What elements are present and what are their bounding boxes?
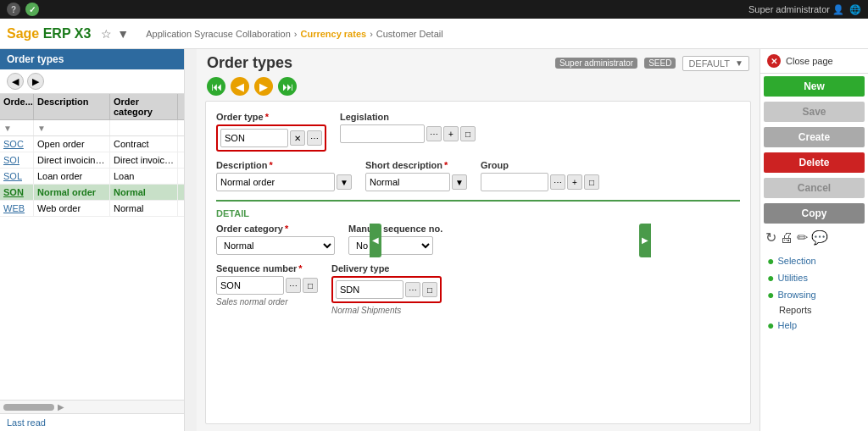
- row-code[interactable]: SOI: [0, 152, 34, 168]
- group-info-btn[interactable]: □: [584, 174, 599, 190]
- delivery-type-search-btn[interactable]: ⋯: [405, 282, 420, 297]
- group-search-btn[interactable]: ⋯: [550, 174, 565, 190]
- sidebar: Order types ◀ ▶ Orde... Description Orde…: [0, 49, 185, 431]
- first-btn[interactable]: ⏮: [207, 77, 225, 96]
- short-description-label: Short description*: [365, 160, 467, 170]
- detail-label: DETAIL: [216, 208, 740, 218]
- print-icon[interactable]: 🖨: [780, 230, 793, 246]
- content-area: Order types Super administrator SEED DEF…: [197, 49, 760, 431]
- last-btn[interactable]: ⏭: [278, 77, 297, 96]
- form-row-2: Description* ▼ Short description*: [216, 160, 740, 191]
- cancel-button: Cancel: [764, 178, 865, 198]
- table-row[interactable]: SOI Direct invoicing order Direct invoic…: [0, 152, 184, 169]
- manual-sequence-label: Manual sequence no.: [348, 224, 442, 234]
- short-description-group: Short description* ▼: [365, 160, 467, 191]
- star-icon[interactable]: ☆: [101, 27, 112, 41]
- sidebar-nav: ◀ ▶: [0, 69, 184, 94]
- description-input[interactable]: [216, 173, 335, 191]
- description-dropdown-btn[interactable]: ▼: [337, 174, 352, 190]
- legislation-input[interactable]: [340, 124, 425, 143]
- row-code[interactable]: SOL: [0, 169, 34, 184]
- sequence-number-group: Sequence number* ⋯ □ Sales normal order: [216, 263, 318, 307]
- breadcrumb-item-active[interactable]: Currency rates: [300, 29, 366, 39]
- close-page-btn[interactable]: ✕ Close page: [760, 49, 868, 74]
- sequence-hint: Sales normal order: [216, 297, 318, 307]
- sidebar-collapse-btn[interactable]: ◀: [370, 224, 381, 257]
- short-desc-dropdown-btn[interactable]: ▼: [452, 174, 467, 190]
- sequence-number-input[interactable]: [216, 276, 284, 295]
- row-code-active[interactable]: SON: [0, 185, 34, 200]
- scrollbar-area[interactable]: ▶: [0, 400, 184, 413]
- selection-label: Selection: [777, 256, 815, 266]
- description-label: Description*: [216, 160, 352, 170]
- sidebar-prev-btn[interactable]: ◀: [7, 73, 24, 90]
- table-row-active[interactable]: SON Normal order Normal: [0, 185, 184, 201]
- check-icon[interactable]: ✓: [25, 3, 39, 16]
- reports-link[interactable]: Reports: [767, 303, 861, 317]
- browsing-link[interactable]: ● Browsing: [767, 286, 861, 303]
- utilities-link[interactable]: ● Utilities: [767, 269, 861, 286]
- page-title: Order types: [207, 54, 292, 72]
- delivery-type-info-btn[interactable]: □: [422, 282, 437, 297]
- next-btn[interactable]: ▶: [254, 77, 273, 96]
- right-collapse-btn[interactable]: ▶: [639, 224, 651, 257]
- save-button: Save: [764, 102, 865, 122]
- globe-icon: 🌐: [849, 4, 861, 15]
- default-dropdown-arrow[interactable]: ▼: [735, 58, 743, 68]
- prev-btn[interactable]: ◀: [231, 77, 249, 96]
- sidebar-table-header: Orde... Description Order category: [0, 94, 184, 120]
- form-row-4: Sequence number* ⋯ □ Sales normal order …: [216, 263, 740, 315]
- table-row[interactable]: WEB Web order Normal: [0, 201, 184, 217]
- right-links: ● Selection ● Utilities ● Browsing Repor…: [760, 249, 868, 337]
- copy-button[interactable]: Copy: [764, 203, 865, 224]
- legislation-clear-btn[interactable]: +: [443, 126, 459, 141]
- group-input[interactable]: [481, 173, 548, 191]
- table-row[interactable]: SOC Open order Contract: [0, 136, 184, 152]
- row-code[interactable]: WEB: [0, 201, 34, 216]
- dropdown-icon[interactable]: ▼: [117, 27, 129, 41]
- breadcrumb: Application Syracuse Collaboration › Cur…: [146, 29, 442, 39]
- filter-icon-1[interactable]: ▼: [3, 124, 12, 133]
- sidebar-next-btn[interactable]: ▶: [27, 73, 44, 90]
- legislation-label: Legislation: [340, 112, 476, 122]
- row-code[interactable]: SOC: [0, 136, 34, 152]
- help-link[interactable]: ● Help: [767, 317, 861, 334]
- default-badge[interactable]: DEFAULT ▼: [682, 56, 749, 71]
- form-area: Order type* ✕ ⋯ Legislation ⋯: [205, 101, 751, 424]
- group-clear-btn[interactable]: +: [567, 174, 582, 190]
- order-type-clear-btn[interactable]: ✕: [290, 130, 305, 146]
- delivery-type-label: Delivery type: [331, 263, 442, 274]
- table-row[interactable]: SOL Loan order Loan: [0, 169, 184, 185]
- filter-icon-2[interactable]: ▼: [37, 124, 46, 133]
- group-field-group: Group ⋯ + □: [481, 160, 599, 191]
- seq-num-info-btn[interactable]: □: [303, 278, 318, 293]
- row-cat: Contract: [110, 136, 178, 152]
- manual-sequence-group: Manual sequence no. No: [348, 224, 442, 255]
- order-type-input[interactable]: [220, 129, 288, 147]
- chat-icon[interactable]: 💬: [811, 229, 828, 246]
- short-description-input[interactable]: [365, 173, 450, 191]
- delivery-type-input[interactable]: [336, 280, 403, 299]
- scroll-thumb[interactable]: [3, 404, 54, 411]
- seq-num-search-btn[interactable]: ⋯: [286, 278, 301, 293]
- selection-link[interactable]: ● Selection: [767, 252, 861, 269]
- scroll-arrow[interactable]: ▶: [58, 402, 64, 412]
- help-icon[interactable]: ?: [7, 3, 20, 16]
- refresh-icon[interactable]: ↻: [765, 229, 776, 246]
- legislation-info-btn[interactable]: □: [460, 126, 476, 141]
- legislation-search-btn[interactable]: ⋯: [426, 126, 442, 141]
- new-button[interactable]: New: [764, 76, 865, 97]
- group-label: Group: [481, 160, 599, 170]
- breadcrumb-item-1[interactable]: Application Syracuse Collaboration: [146, 29, 291, 39]
- form-row-3: Order category* Normal Manual sequence n…: [216, 224, 740, 255]
- header-nav-icons: ☆ ▼: [101, 27, 129, 41]
- order-type-highlight: ✕ ⋯: [216, 124, 326, 152]
- breadcrumb-item-3[interactable]: Customer Detail: [376, 29, 443, 39]
- order-type-label: Order type*: [216, 112, 326, 122]
- delete-button[interactable]: Delete: [764, 152, 865, 173]
- manual-sequence-select[interactable]: No: [348, 236, 433, 255]
- order-type-lookup-btn[interactable]: ⋯: [307, 130, 322, 146]
- order-category-select[interactable]: Normal: [216, 236, 335, 255]
- row-cat: Loan: [110, 169, 178, 184]
- pencil-icon[interactable]: ✏: [797, 229, 808, 246]
